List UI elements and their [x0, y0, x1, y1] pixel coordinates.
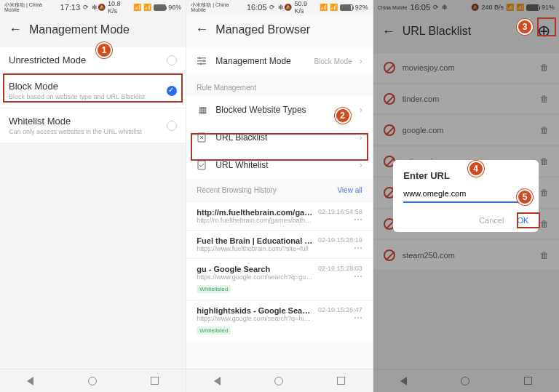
nav-back-icon[interactable]: [400, 377, 407, 385]
option-whitelist[interactable]: Whitelist Mode Can only access websites …: [0, 108, 186, 143]
svg-point-3: [199, 57, 201, 59]
header-bar: ← Management Mode: [0, 15, 186, 47]
history-item[interactable]: highlightskids - Google Search https://w…: [186, 300, 372, 341]
row-management-mode[interactable]: Management Mode Block Mode ›: [186, 47, 372, 75]
chevron-right-icon: ›: [360, 160, 362, 170]
blacklist-row[interactable]: steam250.com🗑: [373, 241, 559, 270]
page-title: Managed Browser: [215, 23, 363, 36]
svg-point-5: [200, 63, 202, 65]
row-blocked-types[interactable]: ▦ Blocked Website Types ›: [186, 96, 372, 124]
blacklist-row[interactable]: tinder.com🗑: [373, 84, 559, 113]
option-unrestricted[interactable]: Unrestricted Mode: [0, 47, 186, 73]
grid-icon: ▦: [197, 105, 208, 115]
phone-management-mode: 小米移动 | China Mobile 17:13 ⟳✻ 🔕10.8 K/s📶📶…: [0, 0, 186, 392]
back-icon[interactable]: ←: [9, 22, 22, 37]
history-item[interactable]: Fuel the Brain | Educational Ga… https:/…: [186, 230, 372, 258]
back-icon[interactable]: ←: [195, 22, 208, 37]
nav-recent-icon[interactable]: [337, 377, 345, 385]
trash-icon[interactable]: 🗑: [540, 125, 549, 135]
history-item[interactable]: gu - Google Search https://www.google.co…: [186, 258, 372, 300]
more-icon[interactable]: ⋯: [318, 244, 362, 252]
url-input[interactable]: [403, 189, 518, 198]
back-icon[interactable]: ←: [382, 24, 395, 39]
clear-icon[interactable]: ✕: [518, 188, 528, 199]
view-all-link[interactable]: View all: [337, 186, 362, 194]
trash-icon[interactable]: 🗑: [540, 219, 549, 229]
trash-icon[interactable]: 🗑: [540, 188, 549, 198]
phone-url-blacklist: China Mobile 16:05 ⟳✻ 🔕240 B/s📶📶 91% ← U…: [373, 0, 559, 392]
nav-home-icon[interactable]: [88, 377, 97, 385]
svg-rect-7: [198, 161, 205, 169]
trash-icon[interactable]: 🗑: [540, 156, 549, 167]
whitelisted-tag: Whitelisted: [197, 327, 231, 335]
header-bar: ← URL Blacklist ⊕: [373, 15, 559, 51]
row-url-whitelist[interactable]: URL Whitelist ›: [186, 151, 372, 179]
trash-icon[interactable]: 🗑: [540, 94, 549, 104]
row-url-blacklist[interactable]: URL Blacklist ›: [186, 124, 372, 151]
header-bar: ← Managed Browser: [186, 15, 372, 47]
whitelisted-tag: Whitelisted: [197, 285, 231, 293]
phone-managed-browser: 小米移动 | China Mobile 16:05 ⟳✻ 🔕50.9 K/s📶📶…: [186, 0, 372, 392]
history-header: Recent Browsing History View all: [186, 179, 372, 201]
nav-back-icon[interactable]: [27, 377, 33, 385]
history-item[interactable]: http://m.fuelthebrain.com/gam… http://m.…: [186, 201, 372, 230]
radio-icon[interactable]: [167, 55, 177, 65]
chevron-right-icon: ›: [360, 105, 362, 115]
status-bar: 小米移动 | China Mobile 17:13 ⟳✻ 🔕10.8 K/s📶📶…: [0, 0, 186, 15]
block-icon: [384, 249, 395, 261]
cancel-button[interactable]: Cancel: [479, 216, 504, 225]
ok-button[interactable]: OK: [517, 216, 528, 225]
status-bar: China Mobile 16:05 ⟳✻ 🔕240 B/s📶📶 91%: [373, 0, 559, 15]
trash-icon[interactable]: 🗑: [540, 63, 549, 73]
enter-url-dialog: Enter URL ✕ Cancel OK: [393, 160, 539, 232]
block-icon: [384, 62, 395, 73]
blacklist-url: moviesjoy.com: [403, 63, 533, 72]
dialog-title: Enter URL: [403, 170, 528, 181]
nav-recent-icon[interactable]: [524, 377, 532, 385]
clipboard-check-icon: [197, 160, 208, 170]
nav-home-icon[interactable]: [461, 377, 469, 385]
chevron-right-icon: ›: [360, 132, 362, 143]
blacklist-url: tinder.com: [403, 95, 533, 103]
block-icon: [384, 124, 395, 136]
block-icon: [384, 93, 395, 105]
chevron-right-icon: ›: [360, 56, 362, 66]
blacklist-row[interactable]: moviesjoy.com🗑: [373, 53, 559, 82]
radio-icon[interactable]: [167, 121, 177, 131]
add-icon[interactable]: ⊕: [537, 22, 550, 41]
page-title: URL Blacklist: [403, 25, 537, 38]
more-icon[interactable]: ⋯: [318, 215, 362, 224]
blacklist-url: google.com: [403, 126, 533, 135]
more-icon[interactable]: ⋯: [318, 313, 362, 322]
android-navbar: [373, 369, 559, 392]
nav-back-icon[interactable]: [214, 377, 221, 385]
blacklist-url: steam250.com: [403, 251, 533, 260]
android-navbar: [0, 369, 186, 392]
sliders-icon: [197, 56, 208, 66]
more-icon[interactable]: ⋯: [318, 272, 362, 281]
nav-home-icon[interactable]: [274, 377, 283, 385]
clipboard-x-icon: [197, 132, 208, 143]
blacklist-row[interactable]: google.com🗑: [373, 116, 559, 145]
section-label: Rule Management: [186, 75, 372, 96]
option-block-mode[interactable]: Block Mode Block based on website type a…: [0, 73, 186, 108]
status-bar: 小米移动 | China Mobile 16:05 ⟳✻ 🔕50.9 K/s📶📶…: [186, 0, 372, 15]
android-navbar: [186, 369, 372, 392]
nav-recent-icon[interactable]: [151, 377, 159, 385]
page-title: Management Mode: [29, 23, 177, 36]
trash-icon[interactable]: 🗑: [540, 250, 549, 260]
svg-point-4: [203, 60, 205, 62]
radio-checked-icon[interactable]: [167, 86, 177, 96]
